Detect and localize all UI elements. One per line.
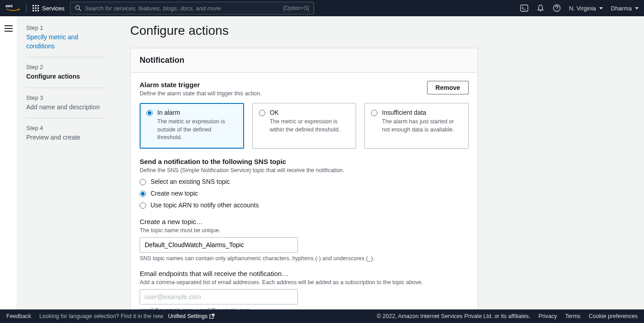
hamburger-icon[interactable] (5, 25, 13, 32)
svg-rect-4 (33, 8, 34, 9)
cloudshell-icon[interactable] (520, 4, 528, 12)
radio-arn[interactable] (140, 202, 146, 209)
step-4: Step 4 Preview and create (26, 125, 105, 149)
services-label: Services (42, 5, 65, 12)
svg-rect-6 (38, 8, 39, 9)
main-content: Configure actions Notification Alarm sta… (112, 16, 644, 309)
trigger-help: Define the alarm state that will trigger… (140, 90, 262, 97)
step-2: Step 2 Configure actions (26, 64, 105, 88)
page-title: Configure actions (130, 23, 628, 38)
lang-hint: Looking for language selection? Find it … (39, 313, 215, 319)
search-icon (75, 5, 81, 11)
remove-button[interactable]: Remove (427, 81, 469, 94)
feedback-link[interactable]: Feedback (6, 313, 31, 319)
aws-logo[interactable]: aws (5, 4, 21, 13)
svg-point-16 (556, 9, 557, 10)
svg-rect-2 (35, 5, 37, 6)
wizard-sidebar: Step 1 Specify metric and conditions Ste… (17, 16, 112, 309)
help-icon[interactable] (553, 4, 561, 12)
sns-option-create[interactable]: Create new topic (140, 190, 469, 197)
cookies-link[interactable]: Cookie preferences (589, 313, 638, 319)
external-link-icon (209, 314, 215, 319)
notification-panel: Notification Alarm state trigger Define … (130, 48, 478, 309)
svg-text:aws: aws (5, 4, 13, 8)
svg-rect-7 (33, 10, 34, 11)
side-panel-toggle-column (0, 16, 17, 309)
svg-line-11 (79, 9, 81, 11)
account-menu[interactable]: Dharma (611, 5, 639, 12)
svg-rect-1 (33, 5, 34, 6)
notifications-icon[interactable] (536, 4, 545, 12)
email-endpoints-input[interactable] (140, 289, 298, 304)
trigger-in-alarm[interactable]: In alarm The metric or expression is out… (140, 103, 244, 149)
top-nav: aws Services [Option+S] N. Virgini (0, 0, 644, 16)
terms-link[interactable]: Terms (565, 313, 581, 319)
panel-header: Notification (131, 48, 478, 73)
topic-help: The topic name must be unique. (140, 227, 469, 234)
trigger-insufficient[interactable]: Insufficient data The alarm has just sta… (364, 103, 469, 149)
svg-rect-3 (38, 5, 39, 6)
svg-rect-5 (35, 8, 37, 9)
radio-ok[interactable] (259, 110, 265, 116)
svg-rect-9 (38, 10, 39, 11)
region-selector[interactable]: N. Virginia (569, 5, 603, 12)
search-input[interactable] (85, 5, 280, 12)
svg-rect-8 (35, 10, 37, 11)
step-3: Step 3 Add name and description (26, 94, 105, 119)
svg-rect-12 (521, 5, 528, 11)
email-label: Email endpoints that will receive the no… (140, 270, 469, 277)
topic-label: Create a new topic… (140, 218, 469, 225)
grid-icon (32, 5, 39, 12)
unified-settings-link[interactable]: Unified Settings (168, 313, 215, 319)
radio-existing[interactable] (140, 179, 146, 185)
radio-insufficient[interactable] (371, 110, 377, 116)
search-shortcut: [Option+S] (283, 5, 309, 11)
sns-help: Define the SNS (Simple Notification Serv… (140, 167, 469, 173)
topic-hint: SNS topic names can contain only alphanu… (140, 255, 469, 262)
step-1[interactable]: Step 1 Specify metric and conditions (26, 24, 105, 57)
panel-title: Notification (140, 56, 469, 65)
svg-point-10 (75, 5, 80, 9)
radio-in-alarm[interactable] (146, 110, 153, 116)
trigger-label: Alarm state trigger (140, 81, 262, 89)
services-button[interactable]: Services (32, 5, 65, 12)
privacy-link[interactable]: Privacy (539, 313, 557, 319)
search-bar[interactable]: [Option+S] (70, 2, 314, 14)
sns-option-arn[interactable]: Use topic ARN to notify other accounts (140, 201, 469, 209)
sns-label: Send a notification to the following SNS… (140, 158, 469, 165)
radio-create[interactable] (140, 191, 146, 197)
email-help: Add a comma-separated list of email addr… (140, 279, 469, 286)
divider (26, 4, 27, 13)
footer: Feedback Looking for language selection?… (0, 309, 644, 323)
trigger-ok[interactable]: OK The metric or expression is within th… (252, 103, 357, 149)
aws-logo-icon: aws (5, 4, 21, 13)
copyright: © 2022, Amazon Internet Services Private… (377, 313, 531, 319)
sns-option-existing[interactable]: Select an existing SNS topic (140, 178, 469, 185)
topic-name-input[interactable] (140, 237, 298, 253)
